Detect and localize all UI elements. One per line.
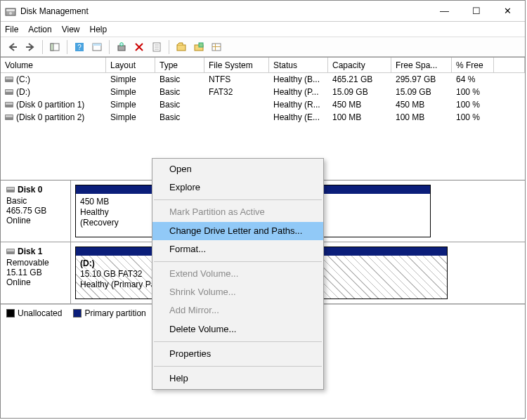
delete-button[interactable] — [131, 39, 147, 55]
menu-separator — [154, 341, 322, 342]
col-filesystem[interactable]: File System — [204, 58, 269, 72]
volume-capacity: 450 MB — [328, 99, 391, 110]
svg-rect-8 — [93, 44, 101, 46]
volume-capacity: 465.21 GB — [328, 74, 391, 85]
svg-text:?: ? — [77, 44, 82, 51]
disk-label: Disk 1 Removable 15.11 GB Online — [1, 242, 71, 303]
disk-size: 465.75 GB — [6, 206, 65, 216]
menu-item: Add Mirror... — [152, 301, 323, 320]
volume-status: Healthy (B... — [269, 74, 328, 85]
volume-name: (Disk 0 partition 1) — [16, 100, 84, 110]
menu-item: Mark Partition as Active — [152, 203, 323, 221]
menu-item[interactable]: Change Drive Letter and Paths... — [152, 222, 323, 240]
menu-help[interactable]: Help — [90, 25, 108, 34]
volume-status: Healthy (E... — [269, 112, 328, 123]
help-button[interactable]: ? — [72, 39, 87, 55]
col-volume[interactable]: Volume — [1, 58, 106, 72]
menubar: File Action View Help — [1, 22, 525, 37]
volume-free: 295.97 GB — [391, 74, 452, 85]
svg-rect-9 — [118, 46, 125, 51]
volume-pct: 64 % — [452, 74, 494, 85]
disk-label: Disk 0 Basic 465.75 GB Online — [1, 181, 71, 242]
menu-item[interactable]: Delete Volume... — [152, 320, 323, 339]
table-row[interactable]: (Disk 0 partition 1) Simple Basic Health… — [1, 98, 525, 111]
partition-line2: Healthy (Recovery — [80, 207, 148, 228]
properties-button[interactable] — [149, 39, 164, 55]
menu-item[interactable]: Explore — [152, 178, 323, 197]
action1-button[interactable] — [174, 39, 189, 55]
svg-rect-17 — [199, 43, 203, 47]
volume-status: Healthy (P... — [269, 86, 328, 98]
volume-layout: Simple — [106, 99, 155, 110]
refresh-button[interactable] — [114, 39, 129, 55]
menu-file[interactable]: File — [5, 25, 18, 34]
svg-point-10 — [120, 42, 124, 46]
volume-pct: 100 % — [452, 99, 494, 110]
svg-rect-20 — [212, 46, 221, 47]
volume-fs — [204, 104, 269, 105]
col-status[interactable]: Status — [269, 58, 328, 72]
volume-pct: 100 % — [452, 86, 494, 98]
settings-button[interactable] — [89, 39, 105, 55]
volume-pct: 100 % — [452, 112, 494, 123]
col-pctfree[interactable]: % Free — [452, 58, 494, 72]
svg-rect-1 — [6, 9, 15, 11]
volume-layout: Simple — [106, 74, 155, 85]
menu-separator — [154, 261, 322, 262]
app-icon — [5, 6, 16, 17]
menu-item: Shrink Volume... — [152, 283, 323, 301]
col-type[interactable]: Type — [155, 58, 204, 72]
volume-capacity: 15.09 GB — [328, 86, 391, 98]
volume-type: Basic — [155, 74, 204, 85]
legend-primary: Primary partition — [84, 308, 145, 318]
forward-button[interactable] — [22, 39, 38, 55]
menu-item[interactable]: Open — [152, 160, 323, 178]
menu-item[interactable]: Properties — [152, 345, 323, 363]
volume-name: (D:) — [16, 87, 30, 97]
col-free[interactable]: Free Spa... — [391, 58, 452, 72]
table-row[interactable]: (D:) Simple Basic FAT32 Healthy (P... 15… — [1, 86, 525, 98]
col-capacity[interactable]: Capacity — [328, 58, 391, 72]
menu-item[interactable]: Help — [152, 369, 323, 388]
show-hide-button[interactable] — [47, 39, 63, 55]
disk-state: Online — [6, 277, 65, 287]
disk-kind: Removable — [6, 258, 65, 268]
disk-icon — [5, 89, 13, 95]
disk-icon — [5, 102, 13, 107]
menu-item: Extend Volume... — [152, 265, 323, 283]
volume-layout: Simple — [106, 86, 155, 98]
disk-icon — [5, 77, 13, 82]
table-row[interactable]: (C:) Simple Basic NTFS Healthy (B... 465… — [1, 73, 525, 86]
table-row[interactable]: (Disk 0 partition 2) Simple Basic Health… — [1, 111, 525, 124]
back-button[interactable] — [5, 39, 20, 55]
svg-rect-15 — [177, 45, 186, 51]
minimize-button[interactable]: — — [429, 1, 460, 21]
maximize-button[interactable]: ☐ — [460, 1, 492, 21]
volume-name: (Disk 0 partition 2) — [16, 112, 84, 122]
volume-type: Basic — [155, 86, 204, 98]
legend-swatch-unallocated — [6, 309, 15, 317]
window-title: Disk Management — [20, 6, 429, 16]
action3-button[interactable] — [209, 39, 224, 55]
volume-name: (C:) — [16, 74, 30, 84]
menu-separator — [154, 199, 322, 200]
disk-icon — [6, 187, 15, 192]
partition[interactable]: 450 MB Healthy (Recovery — [75, 185, 152, 237]
disk-state: Online — [6, 216, 65, 225]
disk-id: Disk 1 — [18, 247, 42, 256]
volume-free: 450 MB — [391, 99, 452, 110]
toolbar: ? — [1, 37, 525, 57]
menu-view[interactable]: View — [62, 25, 80, 34]
context-menu[interactable]: OpenExploreMark Partition as ActiveChang… — [152, 158, 324, 390]
volume-free: 100 MB — [391, 112, 452, 123]
disk-size: 15.11 GB — [6, 268, 65, 277]
volume-status: Healthy (R... — [269, 99, 328, 110]
menu-item[interactable]: Format... — [152, 240, 323, 258]
toolbar-separator — [109, 40, 110, 54]
volume-columns: Volume Layout Type File System Status Ca… — [1, 58, 525, 73]
close-button[interactable]: ✕ — [492, 1, 523, 21]
col-layout[interactable]: Layout — [106, 58, 155, 72]
svg-point-2 — [9, 12, 12, 15]
menu-action[interactable]: Action — [28, 25, 51, 34]
action2-button[interactable] — [191, 39, 207, 55]
